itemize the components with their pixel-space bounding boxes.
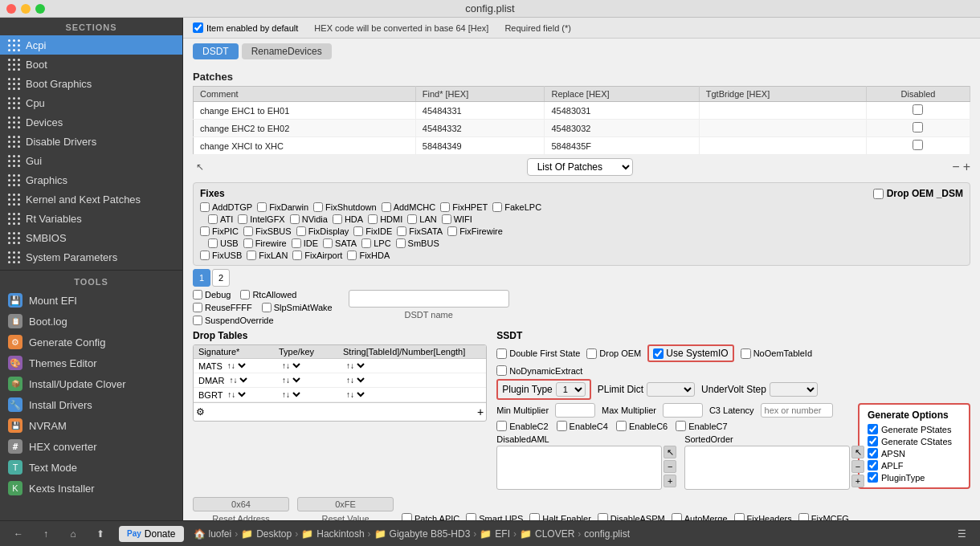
dt-cell-type-0: ↑↓ bbox=[274, 359, 338, 373]
disabled-aml-cursor-icon: ↖ bbox=[664, 446, 676, 458]
disabled-aml-textarea[interactable] bbox=[496, 446, 662, 490]
sidebar-tool-themes-editor[interactable]: 🎨 Themes Editor bbox=[0, 352, 182, 373]
pay-icon: Pay bbox=[127, 529, 141, 538]
fix-usb: USB bbox=[208, 238, 239, 248]
sidebar-tool-nvram[interactable]: 💾 NVRAM bbox=[0, 415, 182, 436]
sorted-order-minus-button[interactable]: − bbox=[851, 460, 864, 473]
sidebar-item-cpu[interactable]: Cpu bbox=[0, 93, 182, 112]
sorted-order-textarea[interactable] bbox=[684, 446, 850, 490]
kexts-installer-icon: K bbox=[8, 481, 22, 495]
fix-fixairport: FixAirport bbox=[292, 251, 342, 260]
sidebar-tool-mount-efi[interactable]: 💾 Mount EFI bbox=[0, 290, 182, 311]
patches-title: Patches bbox=[193, 71, 970, 83]
add-button[interactable]: + bbox=[963, 160, 970, 174]
fixes-usb-row: USB Firewire IDE SATA LPC SmBUS bbox=[208, 238, 963, 248]
sidebar-item-graphics[interactable]: Graphics bbox=[0, 170, 182, 189]
install-clover-icon: 📦 bbox=[8, 377, 22, 391]
sidebar-item-gui[interactable]: Gui bbox=[0, 151, 182, 170]
breadcrumb-item-config-plist: config.plist bbox=[584, 528, 630, 540]
tab-rename-devices[interactable]: RenameDevices bbox=[242, 43, 332, 59]
c3-latency-input[interactable] bbox=[761, 403, 833, 418]
plimit-dict-select[interactable] bbox=[647, 382, 695, 397]
patch-disabled-checkbox-2[interactable] bbox=[913, 140, 923, 150]
plugin-type-go-checkbox[interactable] bbox=[868, 472, 878, 483]
hex-converter-icon: # bbox=[8, 439, 22, 454]
fix-fixhpet: FixHPET bbox=[440, 202, 488, 212]
arrow-left-icon[interactable]: ← bbox=[10, 525, 27, 543]
fix-hdmi: HDMI bbox=[368, 214, 402, 224]
sidebar-tool-kexts-installer[interactable]: K Kexts Installer bbox=[0, 478, 182, 499]
donate-button[interactable]: Pay Donate bbox=[119, 526, 184, 542]
max-multiplier-input[interactable] bbox=[663, 403, 703, 418]
list-patches-select[interactable]: List Of Patches bbox=[527, 158, 633, 176]
sidebar-item-smbios[interactable]: SMBIOS bbox=[0, 228, 182, 247]
sidebar-item-disable-drivers[interactable]: Disable Drivers bbox=[0, 132, 182, 151]
use-systemio-label: Use SystemIO bbox=[666, 348, 728, 359]
maximize-button[interactable] bbox=[35, 4, 45, 14]
dt-header-row: Signature* Type/key String[TableId]/Numb… bbox=[194, 345, 486, 359]
reset-value-input[interactable] bbox=[297, 497, 394, 511]
close-button[interactable] bbox=[6, 4, 16, 14]
sidebar-item-kernel-kext[interactable]: Kernel and Kext Patches bbox=[0, 189, 182, 209]
tool-label-mount-efi: Mount EFI bbox=[29, 295, 77, 307]
ssdt-double-first-state: Double First State bbox=[496, 348, 580, 359]
undervolt-step-select[interactable] bbox=[770, 382, 818, 397]
disabled-aml-plus-button[interactable]: + bbox=[664, 475, 676, 487]
arrow-up-icon[interactable]: ↑ bbox=[37, 525, 55, 543]
col-replace: Replace [HEX] bbox=[545, 87, 699, 102]
apsn-checkbox[interactable] bbox=[868, 448, 878, 458]
disabled-aml-container: DisabledAML ↖ − + bbox=[496, 434, 662, 492]
hamburger-menu-icon[interactable]: ☰ bbox=[953, 525, 970, 543]
sidebar-item-system-params[interactable]: System Parameters bbox=[0, 247, 182, 267]
generate-pstates-checkbox[interactable] bbox=[868, 424, 878, 434]
min-multiplier-input[interactable] bbox=[555, 403, 595, 418]
disabled-aml-field-container: ↖ − + bbox=[496, 446, 662, 492]
sorted-order-plus-button[interactable]: + bbox=[851, 475, 864, 487]
generate-cstates-checkbox[interactable] bbox=[868, 436, 878, 446]
item-enabled-checkbox[interactable] bbox=[193, 22, 203, 33]
sidebar-item-boot-graphics[interactable]: Boot Graphics bbox=[0, 74, 182, 93]
dt-col-typekey: Type/key bbox=[274, 345, 338, 358]
fixes-row3: FixUSB FixLAN FixAirport FixHDA bbox=[200, 251, 963, 260]
plugin-type-select[interactable]: 102 bbox=[556, 382, 586, 397]
disabled-aml-minus-button[interactable]: − bbox=[664, 460, 676, 473]
sidebar-tool-install-clover[interactable]: 📦 Install/Update Clover bbox=[0, 373, 182, 394]
patch-disabled-checkbox-1[interactable] bbox=[913, 122, 923, 132]
subtract-button[interactable]: − bbox=[952, 160, 959, 174]
dt-add-button[interactable]: + bbox=[477, 405, 484, 418]
go-generate-pstates: Generate PStates bbox=[868, 424, 961, 434]
page-2-button[interactable]: 2 bbox=[212, 269, 230, 287]
home-icon[interactable]: ⌂ bbox=[64, 525, 82, 543]
page-1-button[interactable]: 1 bbox=[193, 269, 210, 287]
use-systemio-checkbox[interactable] bbox=[653, 348, 664, 359]
slpsmiatwake-checkbox: SlpSmiAtWake bbox=[262, 303, 333, 312]
go-apsn: APSN bbox=[868, 448, 961, 458]
patch-disabled-checkbox-0[interactable] bbox=[913, 104, 923, 115]
patch-replace-1: 45483032 bbox=[545, 120, 699, 137]
grid-icon bbox=[8, 173, 21, 186]
minimize-button[interactable] bbox=[21, 4, 31, 14]
sidebar-tool-boot-log[interactable]: 📋 Boot.log bbox=[0, 311, 182, 332]
dsdt-name-input[interactable] bbox=[349, 290, 509, 308]
sidebar-tool-install-drivers[interactable]: 🔧 Install Drivers bbox=[0, 394, 182, 415]
generate-pstates-label: Generate PStates bbox=[881, 425, 951, 434]
share-icon[interactable]: ⬆ bbox=[92, 525, 109, 543]
reset-value-label: Reset Value bbox=[321, 514, 369, 520]
sidebar-item-acpi[interactable]: Acpi bbox=[0, 35, 182, 55]
drop-oem-checkbox[interactable] bbox=[873, 189, 884, 199]
debug-checkbox: Debug bbox=[193, 290, 231, 299]
sidebar-label-graphics: Graphics bbox=[26, 174, 67, 186]
sidebar-item-devices[interactable]: Devices bbox=[0, 112, 182, 132]
sidebar-item-rt-variables[interactable]: Rt Variables bbox=[0, 209, 182, 228]
fixes-row2: FixPIC FixSBUS FixDisplay FixIDE FixSATA… bbox=[200, 226, 963, 236]
reset-address-input[interactable] bbox=[193, 497, 289, 511]
sidebar-tool-generate-config[interactable]: ⚙ Generate Config bbox=[0, 332, 182, 352]
sidebar-item-boot[interactable]: Boot bbox=[0, 55, 182, 74]
sidebar-tool-hex-converter[interactable]: # HEX converter bbox=[0, 436, 182, 457]
item-enabled-label: Item enabled by default bbox=[206, 23, 298, 33]
rtcallowed-checkbox: RtcAllowed bbox=[240, 290, 296, 299]
tab-dsdt[interactable]: DSDT bbox=[193, 43, 239, 59]
sidebar-tool-text-mode[interactable]: T Text Mode bbox=[0, 457, 182, 478]
plugin-type-highlighted: Plugin Type 102 bbox=[496, 379, 591, 400]
aplf-checkbox[interactable] bbox=[868, 460, 878, 471]
